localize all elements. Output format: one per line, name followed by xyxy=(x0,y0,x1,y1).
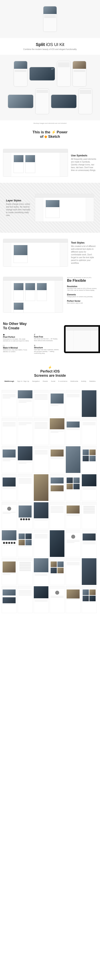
nav-item[interactable]: Navigation xyxy=(32,380,40,382)
phone-mockup xyxy=(35,88,49,115)
phone-mockup xyxy=(72,61,86,87)
screen-thumb xyxy=(33,530,49,557)
font-icon: F xyxy=(34,333,61,336)
screen-thumb xyxy=(66,474,81,501)
screen-thumb xyxy=(49,586,65,613)
screen-thumb xyxy=(2,418,17,445)
sketch-heading: This is the ⚡ Power of ◆ Sketch xyxy=(3,130,97,139)
nav-item[interactable]: E-commerce xyxy=(59,380,67,382)
section-title: Be Flexible xyxy=(67,278,97,283)
section-title: Perfect iOS Screens are Inside xyxy=(3,369,97,378)
screen-thumb xyxy=(82,390,97,417)
screen-thumb xyxy=(17,502,33,529)
screen-thumb xyxy=(17,558,33,585)
nav-item[interactable]: Reader xyxy=(43,380,48,382)
phone-mockup xyxy=(57,61,71,87)
category-nav: Walkthrough Sign In / Sign Up Navigation… xyxy=(3,380,97,382)
screen-thumb xyxy=(82,418,97,445)
screen-thumb xyxy=(82,530,97,557)
screen-thumb xyxy=(66,530,81,557)
feat-name: Structure xyxy=(34,347,61,349)
screen-thumb xyxy=(2,586,17,613)
feat-name: Font Free xyxy=(34,336,61,338)
screen-thumb xyxy=(2,530,17,557)
screens-heading: ⚡ Perfect iOS Screens are Inside Walkthr… xyxy=(0,361,100,390)
phone-mockup xyxy=(43,6,57,32)
screen-thumb xyxy=(2,474,17,501)
diamond-icon: ◆ xyxy=(44,135,47,138)
screen-thumb xyxy=(49,558,65,585)
hero-collage xyxy=(0,0,100,38)
nav-item[interactable]: Activity xyxy=(81,380,86,382)
sketch-window xyxy=(35,194,94,222)
feat-desc: Best vectors, easy to edit. xyxy=(67,302,97,304)
screen-thumb xyxy=(33,502,49,529)
phone-mockup xyxy=(78,88,92,115)
section-title: No Other WayTo Create xyxy=(3,322,61,330)
screen-thumb xyxy=(49,446,65,473)
screen-thumb xyxy=(66,502,81,529)
temperature-label: 17° xyxy=(51,68,54,70)
nav-item[interactable]: Sign In / Sign Up xyxy=(17,380,29,382)
screen-thumb xyxy=(49,502,65,529)
screen-thumb xyxy=(33,446,49,473)
screen-thumb xyxy=(49,474,65,501)
screen-thumb xyxy=(82,446,97,473)
nav-item[interactable]: Statistics xyxy=(89,380,95,382)
structure-icon: ≡ xyxy=(34,344,61,347)
sketch-heading-block: This is the ⚡ Power of ◆ Sketch xyxy=(0,126,100,143)
lightning-icon: ⚡ xyxy=(3,366,97,369)
screen-thumb xyxy=(49,390,65,417)
minimal-icon: □ xyxy=(3,344,30,347)
screen-thumb xyxy=(33,418,49,445)
screen-thumb xyxy=(66,586,81,613)
hero-title-block: Split iOS UI Kit Combine the modern beau… xyxy=(0,38,100,55)
screen-thumb xyxy=(49,418,65,445)
screen-thumb xyxy=(2,502,17,529)
feature-desc: Easily change icons, colors and text sty… xyxy=(6,203,32,217)
feature-textstyles: Text Styles We created a lot of differen… xyxy=(0,233,100,273)
screen-thumb xyxy=(17,586,33,613)
feature-desc: We created a lot of different well-order… xyxy=(71,245,97,264)
feat-name: Elements xyxy=(67,294,97,296)
screen-thumb xyxy=(49,530,65,557)
screen-thumb xyxy=(66,558,81,585)
screen-thumb xyxy=(82,474,97,501)
screen-thumb xyxy=(66,446,81,473)
nav-item[interactable]: Social xyxy=(51,380,56,382)
lightning-icon: ⚡ xyxy=(51,130,56,134)
nav-item[interactable]: Walkthrough xyxy=(5,380,14,382)
feature-symbols: Use Symbols All frequently used elements… xyxy=(0,143,100,183)
feat-desc: Each layer has been organized, labeled, … xyxy=(34,349,61,354)
nav-item[interactable]: Multimedia xyxy=(70,380,78,382)
sketch-window xyxy=(3,149,68,177)
feat-desc: Minimal look, only what matters. Focus a… xyxy=(3,349,30,353)
phone-mockup-landscape xyxy=(51,94,77,108)
pixel-icon: ◆ xyxy=(3,333,30,336)
screen-thumb xyxy=(66,418,81,445)
mockup-disclaimer: Mockup images and elements are not inclu… xyxy=(0,123,100,124)
feat-desc: Every pixel is in its place. We create e… xyxy=(3,338,30,342)
feat-name: Make It Minimal xyxy=(3,347,30,349)
screen-thumb xyxy=(17,390,33,417)
screen-thumb xyxy=(82,558,97,585)
flexible-section: ADJUST SCREENS & MOCKUPS Be Flexible Res… xyxy=(0,273,100,317)
screens-grid xyxy=(0,390,100,619)
product-subtitle: Combine the modern beauty of iOS and ele… xyxy=(3,48,97,51)
feature-desc: All frequently used elements are made in… xyxy=(71,158,97,172)
feat-name: Pixel Perfect xyxy=(3,336,30,338)
screen-thumb xyxy=(2,446,17,473)
feat-desc: Resolution was made for iOS & iPhone scr… xyxy=(67,288,97,291)
screen-thumb xyxy=(33,586,49,613)
screen-thumb xyxy=(33,390,49,417)
screen-thumb xyxy=(82,586,97,613)
product-title: Split iOS UI Kit xyxy=(3,42,97,47)
screen-thumb xyxy=(82,502,97,529)
screen-thumb xyxy=(33,558,49,585)
screen-thumb xyxy=(17,474,33,501)
screen-thumb xyxy=(17,530,33,557)
section-kicker: ADJUST SCREENS & MOCKUPS xyxy=(67,277,97,278)
feat-desc: Change places on screens very precisely. xyxy=(67,296,97,298)
screen-thumb xyxy=(2,390,17,417)
sketch-window xyxy=(3,277,63,313)
